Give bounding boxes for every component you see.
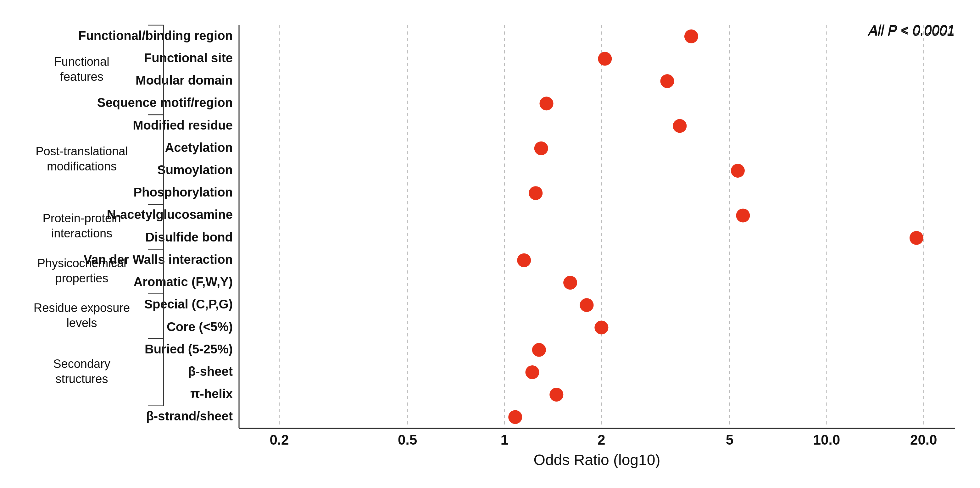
p-value-annotation: All P < 0.0001 bbox=[869, 22, 955, 38]
chart-container: All P < 0.0001 bbox=[0, 0, 980, 488]
